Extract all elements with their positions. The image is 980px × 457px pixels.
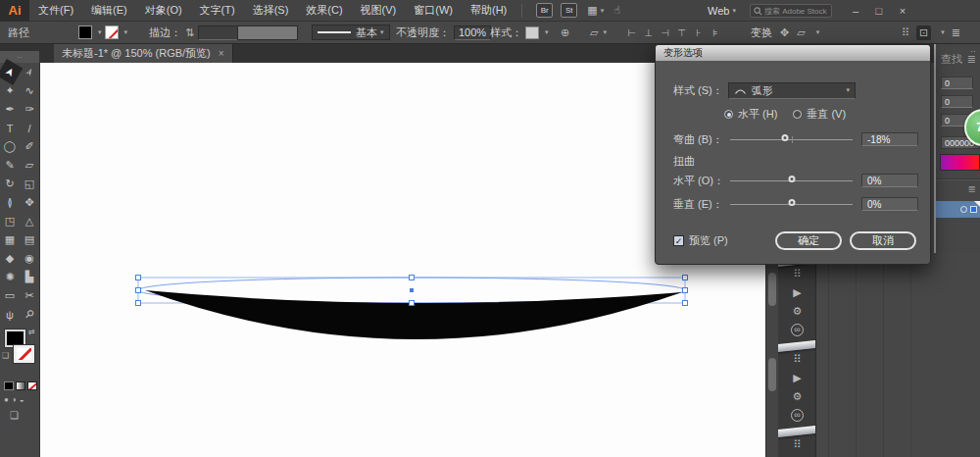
align-icon-5[interactable]: ⊧ (707, 27, 723, 38)
distort-horizontal-field[interactable]: 0% (861, 174, 918, 187)
fill-swatch[interactable] (78, 25, 92, 39)
perspective-grid-tool[interactable]: △ (20, 212, 39, 230)
menu-item-0[interactable]: 文件(F) (29, 0, 82, 22)
arc-warped-shape[interactable] (145, 290, 682, 339)
distort-vertical-slider[interactable] (730, 198, 853, 211)
free-transform-tool[interactable]: ✥ (20, 193, 39, 212)
symbol-sprayer-tool[interactable]: ✺ (0, 268, 20, 286)
menu-item-6[interactable]: 视图(V) (352, 0, 406, 22)
color-spectrum-bar[interactable] (940, 154, 980, 171)
menu-item-3[interactable]: 文字(T) (191, 0, 244, 22)
align-icon-2[interactable]: ⊣ (657, 27, 673, 38)
default-swatches-icon[interactable]: ❏ (2, 351, 9, 360)
bend-slider[interactable] (730, 133, 853, 146)
dots-grid-icon[interactable]: ⠿ (902, 26, 909, 39)
cancel-button[interactable]: 取消 (850, 231, 916, 250)
draw-mode-icon-2[interactable]: ◒ (20, 395, 24, 404)
panel-grip-dots[interactable]: ‥ (970, 44, 976, 54)
chevron-down-icon[interactable]: ▾ (545, 28, 549, 36)
none-button[interactable] (27, 381, 37, 390)
search-input[interactable]: 搜索 Adobe Stock (750, 4, 832, 18)
distort-horizontal-knob[interactable] (788, 176, 795, 182)
scrollbar-thumb[interactable] (768, 273, 776, 306)
gear-icon[interactable]: ⚙ (778, 302, 816, 321)
chevron-down-icon[interactable]: ▾ (941, 28, 945, 36)
scale-tool[interactable]: ◱ (20, 175, 39, 193)
vertical-radio[interactable] (793, 110, 802, 119)
app-logo[interactable]: Ai (0, 0, 29, 22)
menu-item-7[interactable]: 窗口(W) (405, 0, 462, 22)
blend-tool[interactable]: ◉ (20, 249, 39, 268)
brush-definition-dropdown[interactable]: 基本 ▾ (312, 25, 390, 40)
play-icon[interactable]: ▶ (778, 283, 816, 302)
horizontal-radio-label[interactable]: 水平 (H) (738, 107, 777, 122)
curvature-tool[interactable]: ✑ (20, 100, 39, 119)
snap-pixel-icon[interactable]: ⊡ (916, 25, 931, 40)
play-icon[interactable]: ▶ (778, 369, 816, 387)
document-setup-icon[interactable]: ⊕ (561, 26, 569, 39)
align-icon-1[interactable]: ⊥ (640, 27, 657, 38)
lasso-tool[interactable]: ∿ (20, 81, 39, 100)
distort-horizontal-slider[interactable] (730, 175, 853, 187)
pen-tool[interactable]: ✒ (0, 100, 20, 119)
menu-item-8[interactable]: 帮助(H) (462, 0, 515, 22)
workspace-switcher[interactable]: Web▾ (708, 5, 736, 17)
screen-mode-icon[interactable]: ❏ (0, 410, 39, 421)
draw-mode-icon-1[interactable]: ◑ (12, 395, 17, 404)
restore-button[interactable]: □ (867, 5, 891, 17)
menu-item-4[interactable]: 选择(S) (244, 0, 298, 22)
eyedropper-tool[interactable]: ◆ (0, 249, 20, 268)
panel-title[interactable]: 查找 (941, 52, 962, 67)
cc-icon[interactable]: ∞ (778, 406, 816, 425)
variable-width-dropdown[interactable] (237, 25, 298, 40)
document-tab[interactable]: 未标题-1* @ 150% (RGB/预览) × (54, 44, 233, 63)
line-tool[interactable]: / (20, 119, 39, 137)
gradient-button[interactable] (16, 381, 25, 390)
gear-icon[interactable]: ⚙ (778, 387, 816, 406)
ok-button[interactable]: 确定 (775, 231, 842, 250)
menu-item-5[interactable]: 效果(C) (297, 0, 351, 22)
panel-menu-icon[interactable]: ≣ (936, 180, 980, 197)
horizontal-radio[interactable] (724, 110, 733, 119)
width-tool[interactable]: ≬ (0, 193, 20, 212)
dots-icon[interactable]: ⠿ (778, 350, 816, 369)
center-anchor-point[interactable] (410, 288, 414, 292)
warp-style-select[interactable]: 弧形 ▾ (728, 82, 856, 99)
distort-vertical-field[interactable]: 0% (861, 197, 918, 211)
menu-item-1[interactable]: 编辑(E) (82, 0, 136, 22)
cc-icon[interactable]: ∞ (778, 321, 816, 339)
magic-wand-tool[interactable]: ✦ (0, 81, 20, 100)
preview-checkbox[interactable]: ✓ (673, 235, 684, 246)
tab-close-icon[interactable]: × (219, 48, 224, 59)
bend-slider-knob[interactable] (782, 134, 789, 141)
opacity-field[interactable]: 100% (454, 25, 491, 40)
stroke-color-well[interactable] (14, 345, 34, 363)
eraser-tool[interactable]: ▱ (20, 156, 39, 175)
scrollbar-thumb[interactable] (768, 358, 776, 391)
graphic-style-swatch[interactable] (525, 26, 539, 39)
dots-icon[interactable]: ⠿ (778, 435, 816, 454)
target-circle-icon[interactable] (960, 206, 967, 213)
graph-tool[interactable]: ▙ (20, 268, 39, 286)
stepper-icon[interactable]: ⇅ (185, 26, 194, 39)
color-button[interactable] (4, 381, 14, 390)
bend-value-field[interactable]: -18% (861, 132, 918, 146)
transform-icon[interactable]: ✥ (780, 26, 789, 39)
stroke-swatch[interactable] (105, 25, 119, 39)
color-value-field-1[interactable]: 0 (941, 95, 973, 108)
shape-builder-tool[interactable]: ◳ (0, 212, 20, 230)
distort-vertical-knob[interactable] (788, 199, 795, 206)
arrange-documents-icon[interactable]: ▦ (587, 4, 597, 17)
shape-properties-icon[interactable]: ▱ (590, 26, 598, 39)
align-icon-3[interactable]: ⊤ (673, 27, 690, 38)
isolate-icon[interactable]: ▱ (797, 26, 805, 39)
panel-menu-icon[interactable]: ≣ (952, 26, 960, 39)
chevron-down-icon[interactable]: ▾ (98, 28, 102, 36)
dialog-title[interactable]: 变形选项 (656, 45, 930, 61)
transform-label[interactable]: 变换 (751, 25, 772, 40)
swap-fill-stroke-icon[interactable]: ⇄ (28, 328, 35, 336)
close-button[interactable]: × (891, 5, 914, 17)
mesh-tool[interactable]: ▦ (0, 230, 20, 249)
color-value-field-0[interactable]: 0 (941, 76, 973, 89)
type-tool[interactable]: T (0, 119, 20, 137)
